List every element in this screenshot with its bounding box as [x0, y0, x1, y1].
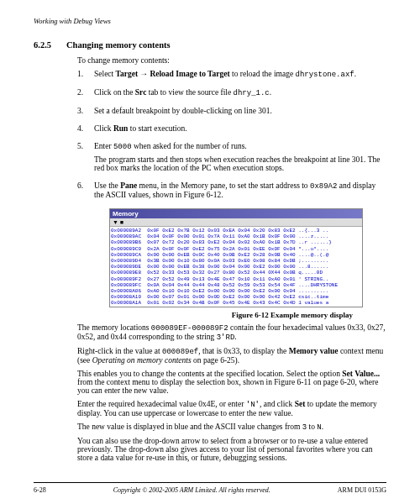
document-id: ARM DUI 0153G [338, 486, 386, 494]
para-2: Right-click in the value at 000089ef, th… [77, 347, 386, 365]
step-1: 1. Select Target → Reload Image to Targe… [77, 70, 386, 83]
para-4: Enter the required hexadecimal value 0x4… [77, 400, 386, 417]
para-5: The new value is displayed in blue and t… [77, 423, 386, 432]
para-3: This enables you to change the contents … [77, 370, 386, 395]
step-body: Use the Pane menu, in the Memory pane, t… [94, 181, 386, 203]
page-header: Working with Debug Views [34, 17, 386, 25]
step-body: Enter 5000 when asked for the number of … [94, 142, 386, 176]
section-title-text: Changing memory contents [66, 40, 171, 50]
memory-figure: Memory ▼ ■ 0x000089A2 0x0F 0xE2 0x7B 0x1… [109, 208, 386, 307]
step-number: 6. [77, 181, 94, 203]
step-number: 2. [77, 88, 94, 102]
page-number: 6-28 [34, 486, 46, 494]
steps-list: 1. Select Target → Reload Image to Targe… [77, 70, 386, 203]
step-number: 4. [77, 124, 94, 137]
memory-titlebar: Memory [110, 209, 362, 218]
memory-window: Memory ▼ ■ 0x000089A2 0x0F 0xE2 0x7B 0x1… [109, 208, 363, 307]
step-body: Click Run to start execution. [94, 124, 386, 137]
step-2: 2. Click on the Src tab to view the sour… [77, 88, 386, 102]
step-number: 3. [77, 107, 94, 119]
step-5: 5. Enter 5000 when asked for the number … [77, 142, 386, 176]
section-number: 6.2.5 [34, 40, 51, 50]
step-number: 5. [77, 142, 94, 176]
step-6: 6. Use the Pane menu, in the Memory pane… [77, 181, 386, 203]
section-heading: 6.2.5Changing memory contents [34, 40, 386, 50]
figure-caption: Figure 6-12 Example memory display [34, 311, 386, 319]
copyright: Copyright © 2002-2005 ARM Limited. All r… [113, 486, 270, 494]
memory-toolbar: ▼ ■ [110, 218, 362, 227]
step-body: Click on the Src tab to view the source … [94, 88, 386, 102]
step-3: 3. Set a default breakpoint by double-cl… [77, 107, 386, 119]
step-body: Set a default breakpoint by double-click… [94, 107, 386, 119]
step-number: 1. [77, 70, 94, 83]
para-6: You can also use the drop-down arrow to … [77, 437, 386, 462]
step-body: Select Target → Reload Image to Target t… [94, 70, 386, 83]
step-4: 4. Click Run to start execution. [77, 124, 386, 137]
page-footer: 6-28 Copyright © 2002-2005 ARM Limited. … [34, 482, 386, 494]
intro-text: To change memory contents: [77, 56, 386, 65]
memory-dump: 0x000089A2 0x0F 0xE2 0x7B 0x12 0x03 0xEA… [110, 227, 362, 307]
para-1: The memory locations 000089EF-000089F2 c… [77, 323, 386, 342]
